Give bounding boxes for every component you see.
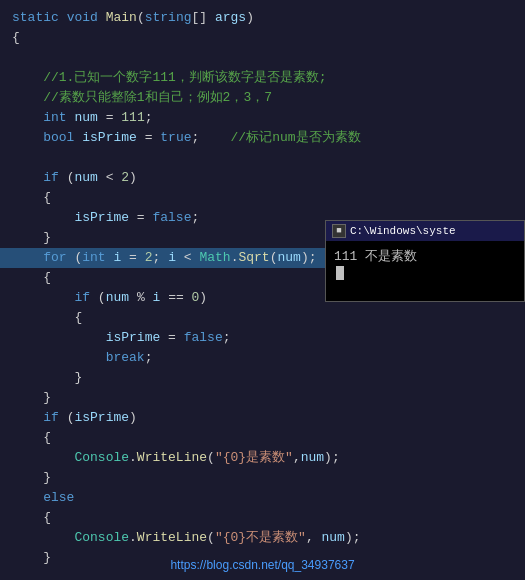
line-content: static void Main(string[] args) <box>0 8 517 28</box>
console-cursor-line <box>334 265 516 280</box>
footer-url-text: https://blog.csdn.net/qq_34937637 <box>170 558 354 572</box>
console-window: ■ C:\Windows\syste 111 不是素数 <box>325 220 525 302</box>
line-content: } <box>0 388 517 408</box>
line-content: } <box>0 368 517 388</box>
code-line: int num = 111; <box>0 108 525 128</box>
code-line: if (isPrime) <box>0 408 525 428</box>
console-output-line: 111 不是素数 <box>334 247 516 265</box>
code-line: Console.WriteLine("{0}是素数",num); <box>0 448 525 468</box>
line-content: } <box>0 468 517 488</box>
code-line: bool isPrime = true; //标记num是否为素数 <box>0 128 525 148</box>
line-content: Console.WriteLine("{0}是素数",num); <box>0 448 517 468</box>
line-content: Console.WriteLine("{0}不是素数", num); <box>0 528 517 548</box>
code-line: static void Main(string[] args) <box>0 8 525 28</box>
code-line: { <box>0 28 525 48</box>
console-body: 111 不是素数 <box>326 241 524 301</box>
code-line: //1.已知一个数字111，判断该数字是否是素数; <box>0 68 525 88</box>
code-line: Console.WriteLine("{0}不是素数", num); <box>0 528 525 548</box>
code-line: else <box>0 488 525 508</box>
console-icon: ■ <box>332 224 346 238</box>
code-line: { <box>0 508 525 528</box>
code-line: if (num < 2) <box>0 168 525 188</box>
code-line: } <box>0 468 525 488</box>
code-line: } <box>0 368 525 388</box>
line-content: if (num < 2) <box>0 168 517 188</box>
footer-url: https://blog.csdn.net/qq_34937637 <box>0 558 525 572</box>
line-content <box>0 148 517 168</box>
code-line: } <box>0 388 525 408</box>
line-content: { <box>0 308 517 328</box>
code-line: //素数只能整除1和自己；例如2，3，7 <box>0 88 525 108</box>
line-content: bool isPrime = true; //标记num是否为素数 <box>0 128 517 148</box>
line-content: //素数只能整除1和自己；例如2，3，7 <box>0 88 517 108</box>
code-line: { <box>0 308 525 328</box>
code-line: isPrime = false; <box>0 328 525 348</box>
line-content: { <box>0 28 517 48</box>
line-content: { <box>0 428 517 448</box>
line-content: int num = 111; <box>0 108 517 128</box>
console-cursor <box>336 266 344 280</box>
line-content: isPrime = false; <box>0 328 517 348</box>
code-line: { <box>0 428 525 448</box>
line-content: else <box>0 488 517 508</box>
line-content: { <box>0 508 517 528</box>
console-title-text: C:\Windows\syste <box>350 225 456 237</box>
code-line: break; <box>0 348 525 368</box>
line-content: if (isPrime) <box>0 408 517 428</box>
code-editor: static void Main(string[] args) { //1.已知… <box>0 0 525 580</box>
console-title-bar: ■ C:\Windows\syste <box>326 221 524 241</box>
line-content: break; <box>0 348 517 368</box>
code-line: { <box>0 188 525 208</box>
line-content: { <box>0 188 517 208</box>
line-content: //1.已知一个数字111，判断该数字是否是素数; <box>0 68 517 88</box>
line-content <box>0 48 517 68</box>
code-line <box>0 48 525 68</box>
code-line <box>0 148 525 168</box>
